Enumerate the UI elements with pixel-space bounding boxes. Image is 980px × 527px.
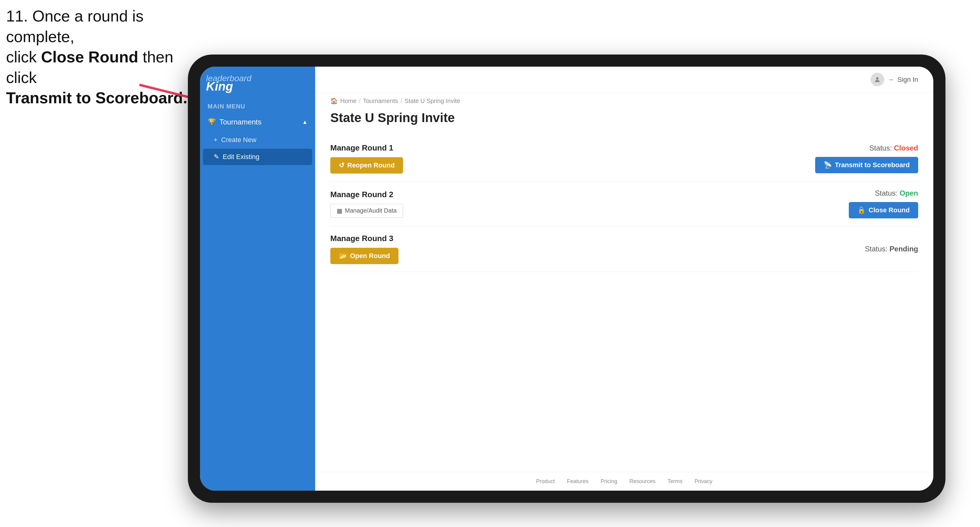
breadcrumb-sep1: / <box>359 97 361 105</box>
breadcrumb: 🏠 Home / Tournaments / State U Spring In… <box>315 93 933 106</box>
footer: Product Features Pricing Resources Terms… <box>315 472 933 490</box>
close-round-label: Close Round <box>869 206 910 214</box>
footer-terms[interactable]: Terms <box>668 478 682 484</box>
nav-edit-existing-label: Edit Existing <box>223 153 259 161</box>
footer-product[interactable]: Product <box>536 478 555 484</box>
round-2-section: Manage Round 2 ▦ Manage/Audit Data Statu… <box>330 181 918 226</box>
main-menu-label: MAIN MENU <box>200 100 315 113</box>
round-1-title: Manage Round 1 <box>330 143 403 152</box>
round-2-title: Manage Round 2 <box>330 190 403 199</box>
chevron-down-icon: ▲ <box>302 119 307 125</box>
tablet-device: leaderboard King MAIN MENU 🏆 Tournaments… <box>188 54 945 503</box>
round-3-status: Status: Pending <box>865 245 918 253</box>
breadcrumb-sep2: / <box>401 97 402 105</box>
logo-container: leaderboard King <box>200 67 315 100</box>
footer-pricing[interactable]: Pricing <box>601 478 617 484</box>
plus-icon: + <box>214 136 218 144</box>
nav-item-create-new[interactable]: + Create New <box>200 132 315 148</box>
transmit-label: Transmit to Scoreboard <box>835 161 910 169</box>
round-2-left: Manage Round 2 ▦ Manage/Audit Data <box>330 190 403 218</box>
edit-icon: ✎ <box>214 153 219 161</box>
reopen-round-label: Reopen Round <box>347 162 395 169</box>
round-1-left: Manage Round 1 ↺ Reopen Round <box>330 143 403 173</box>
nav-tournaments-label: Tournaments <box>220 118 261 126</box>
open-round-button[interactable]: 📂 Open Round <box>330 248 398 264</box>
tablet-screen: leaderboard King MAIN MENU 🏆 Tournaments… <box>200 67 933 490</box>
reopen-round-button[interactable]: ↺ Reopen Round <box>330 157 403 173</box>
breadcrumb-tournaments[interactable]: Tournaments <box>363 97 398 105</box>
instruction-line2: click <box>6 48 41 66</box>
round-1-right: Status: Closed 📡 Transmit to Scoreboard <box>815 144 918 173</box>
round-3-section: Manage Round 3 📂 Open Round Status: Pend… <box>330 226 918 272</box>
home-icon: 🏠 <box>330 97 338 105</box>
content-area: State U Spring Invite Manage Round 1 ↺ R… <box>315 106 933 472</box>
logo-king: King <box>206 80 309 92</box>
lock-icon: 🔒 <box>857 206 865 214</box>
sign-in-label[interactable]: Sign In <box>897 76 918 84</box>
breadcrumb-home[interactable]: Home <box>340 97 356 105</box>
breadcrumb-current: State U Spring Invite <box>404 97 460 105</box>
nav-create-new-label: Create New <box>221 136 256 144</box>
round-1-section: Manage Round 1 ↺ Reopen Round Status: Cl… <box>330 136 918 181</box>
round-3-title: Manage Round 3 <box>330 234 398 243</box>
user-avatar-icon <box>870 73 884 86</box>
main-content: → Sign In 🏠 Home / Tournaments / State U… <box>315 67 933 490</box>
round-1-status-value: Closed <box>894 144 918 152</box>
instruction-bold2: Transmit to Scoreboard. <box>6 89 187 106</box>
footer-privacy[interactable]: Privacy <box>695 478 713 484</box>
folder-open-icon: 📂 <box>339 252 347 260</box>
footer-features[interactable]: Features <box>567 478 589 484</box>
manage-audit-label: Manage/Audit Data <box>345 207 397 214</box>
reopen-icon: ↺ <box>339 162 344 169</box>
transmit-icon: 📡 <box>824 161 832 169</box>
table-icon: ▦ <box>337 207 342 214</box>
instruction-block: 11. Once a round is complete, click Clos… <box>6 6 194 108</box>
manage-audit-data-button[interactable]: ▦ Manage/Audit Data <box>330 204 403 218</box>
top-header: → Sign In <box>315 67 933 93</box>
round-2-right: Status: Open 🔒 Close Round <box>849 189 918 218</box>
instruction-line1: 11. Once a round is complete, <box>6 7 144 45</box>
round-3-right: Status: Pending <box>865 245 918 253</box>
app-container: leaderboard King MAIN MENU 🏆 Tournaments… <box>200 67 933 490</box>
app-logo: leaderboard King <box>206 74 309 92</box>
sidebar: leaderboard King MAIN MENU 🏆 Tournaments… <box>200 67 315 490</box>
trophy-icon: 🏆 <box>208 118 216 126</box>
round-3-status-value: Pending <box>889 245 918 253</box>
nav-item-edit-existing[interactable]: ✎ Edit Existing <box>203 149 312 165</box>
round-3-left: Manage Round 3 📂 Open Round <box>330 234 398 264</box>
transmit-to-scoreboard-button[interactable]: 📡 Transmit to Scoreboard <box>815 157 918 173</box>
nav-item-tournaments[interactable]: 🏆 Tournaments ▲ <box>200 113 315 132</box>
round-2-status-value: Open <box>900 189 918 197</box>
round-2-status: Status: Open <box>875 189 918 197</box>
sign-in-arrow-icon: → <box>888 76 894 83</box>
open-round-label: Open Round <box>350 252 390 260</box>
sign-in-area[interactable]: → Sign In <box>870 73 918 86</box>
instruction-bold1: Close Round <box>41 48 138 66</box>
page-title: State U Spring Invite <box>330 111 918 125</box>
sidebar-nav: 🏆 Tournaments ▲ + Create New ✎ Edit Exis… <box>200 113 315 166</box>
svg-point-2 <box>876 77 878 79</box>
round-1-status: Status: Closed <box>869 144 918 152</box>
footer-resources[interactable]: Resources <box>629 478 655 484</box>
close-round-button[interactable]: 🔒 Close Round <box>849 202 918 218</box>
